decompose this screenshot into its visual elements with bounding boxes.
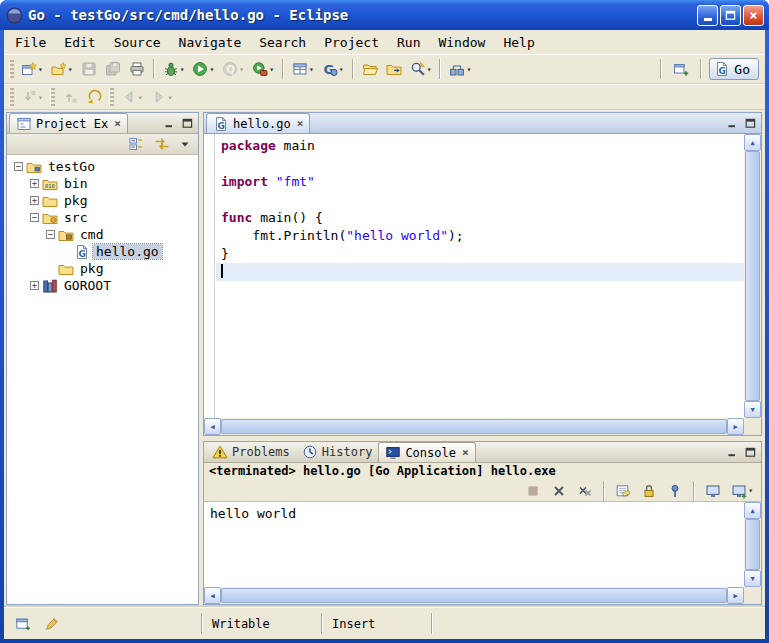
annotation-ruler[interactable]	[204, 134, 215, 418]
code-line[interactable]	[216, 191, 744, 209]
tree-item-src[interactable]: −src	[7, 209, 198, 226]
tree-item-pkg[interactable]: pkg	[7, 260, 198, 277]
tree-item-goroot[interactable]: +GOROOT	[7, 277, 198, 294]
menu-help[interactable]: Help	[494, 33, 543, 52]
code-line[interactable]	[216, 263, 744, 281]
menu-navigate[interactable]: Navigate	[170, 33, 251, 52]
run-button[interactable]: ▾	[189, 57, 217, 81]
dropdown-arrow-icon[interactable]: ▾	[309, 65, 314, 74]
new-wizard-button[interactable]: ▾	[18, 57, 46, 81]
search-button[interactable]: ▾	[407, 57, 435, 81]
maximize-view-icon[interactable]	[180, 116, 195, 130]
console-vertical-scrollbar[interactable]: ▲ ▼	[744, 502, 761, 587]
maximize-view-icon[interactable]	[743, 116, 758, 130]
dropdown-arrow-icon[interactable]: ▾	[239, 65, 244, 74]
remove-launch-button[interactable]	[548, 479, 570, 503]
dropdown-arrow-icon[interactable]: ▾	[180, 65, 185, 74]
code-line[interactable]: fmt.Println("hello world");	[216, 227, 744, 245]
toolbar-grip[interactable]	[50, 88, 55, 106]
scroll-right-icon[interactable]: ▶	[727, 587, 744, 604]
code-line[interactable]: import "fmt"	[216, 173, 744, 191]
code-line[interactable]: package main	[216, 137, 744, 155]
scroll-left-icon[interactable]: ◀	[204, 418, 221, 435]
dropdown-arrow-icon[interactable]: ▾	[138, 93, 143, 102]
save-all-button[interactable]	[102, 57, 124, 81]
tree-item-pkg[interactable]: +pkg	[7, 192, 198, 209]
menu-window[interactable]: Window	[429, 33, 494, 52]
menu-file[interactable]: File	[6, 33, 55, 52]
menu-run[interactable]: Run	[388, 33, 429, 52]
toolbar-grip[interactable]	[9, 60, 14, 78]
scroll-up-icon[interactable]: ▲	[744, 134, 761, 151]
menu-search[interactable]: Search	[250, 33, 315, 52]
save-button[interactable]	[78, 57, 100, 81]
remove-all-button[interactable]	[574, 479, 596, 503]
scrollbar-thumb[interactable]	[745, 519, 760, 570]
go-tool-button[interactable]: G▾	[319, 57, 347, 81]
expand-icon[interactable]: +	[30, 179, 39, 188]
expand-icon[interactable]: +	[30, 196, 39, 205]
new-folder-button[interactable]: ▾	[48, 57, 76, 81]
scroll-lock-button[interactable]	[638, 479, 660, 503]
clear-console-button[interactable]	[612, 479, 634, 503]
close-icon[interactable]: ×	[297, 117, 304, 130]
collapse-all-button[interactable]	[125, 132, 147, 156]
open-folder-button[interactable]	[359, 57, 381, 81]
pin-console-button[interactable]	[664, 479, 686, 503]
scroll-up-icon[interactable]: ▲	[744, 502, 761, 519]
minimize-view-icon[interactable]	[725, 116, 740, 130]
console-output-text[interactable]: hello world	[204, 502, 744, 587]
prev-annotation-button[interactable]	[59, 85, 81, 109]
code-line[interactable]	[216, 155, 744, 173]
dropdown-arrow-icon[interactable]: ▾	[38, 65, 43, 74]
minimize-view-icon[interactable]	[162, 116, 177, 130]
open-perspective-button[interactable]	[670, 57, 692, 81]
scrollbar-thumb[interactable]	[221, 419, 727, 434]
open-console-button[interactable]: ▾	[728, 479, 756, 503]
titlebar[interactable]: Go - testGo/src/cmd/hello.go - Eclipse ×	[0, 0, 769, 30]
go-build-button[interactable]: ▾	[289, 57, 317, 81]
collapse-icon[interactable]: −	[30, 213, 39, 222]
last-edit-button[interactable]	[83, 85, 105, 109]
next-annotation-button[interactable]: ▾	[18, 85, 46, 109]
go-trim-button[interactable]	[41, 612, 63, 636]
minimize-view-icon[interactable]	[725, 445, 740, 459]
tab-project-explorer[interactable]: Project Ex ×	[9, 113, 128, 133]
link-editor-button[interactable]	[151, 132, 173, 156]
collapse-icon[interactable]: −	[46, 230, 55, 239]
menu-source[interactable]: Source	[105, 33, 170, 52]
debug-button[interactable]: ▾	[160, 57, 188, 81]
import-folder-button[interactable]	[383, 57, 405, 81]
team-button[interactable]: ▾	[446, 57, 474, 81]
dropdown-arrow-icon[interactable]: ▾	[427, 65, 432, 74]
dropdown-arrow-icon[interactable]: ▾	[209, 65, 214, 74]
dropdown-arrow-icon[interactable]: ▾	[269, 65, 274, 74]
dropdown-arrow-icon[interactable]: ▾	[68, 65, 73, 74]
display-selected-button[interactable]	[702, 479, 724, 503]
collapse-icon[interactable]: −	[14, 162, 23, 171]
print-button[interactable]	[126, 57, 148, 81]
dropdown-arrow-icon[interactable]: ▾	[339, 65, 344, 74]
tree-item-testgo[interactable]: −testGo	[7, 158, 198, 175]
editor-code[interactable]: package mainimport "fmt"func main() { fm…	[216, 134, 744, 418]
close-button[interactable]: ×	[743, 5, 764, 26]
tree-item-bin[interactable]: +010bin	[7, 175, 198, 192]
scroll-left-icon[interactable]: ◀	[204, 587, 221, 604]
editor-vertical-scrollbar[interactable]: ▲ ▼	[744, 134, 761, 418]
editor-horizontal-scrollbar[interactable]: ◀ ▶	[204, 418, 744, 435]
tab-history[interactable]: History	[296, 442, 379, 462]
dropdown-arrow-icon[interactable]: ▾	[748, 486, 753, 495]
scroll-down-icon[interactable]: ▼	[744, 401, 761, 418]
dropdown-arrow-icon[interactable]: ▾	[38, 93, 43, 102]
menu-project[interactable]: Project	[315, 33, 388, 52]
maximize-button[interactable]	[720, 5, 741, 26]
view-menu-button[interactable]	[177, 132, 193, 156]
scroll-right-icon[interactable]: ▶	[727, 418, 744, 435]
fast-view-button[interactable]	[12, 612, 34, 636]
profile-button[interactable]: Q▾	[219, 57, 247, 81]
tree-item-cmd[interactable]: −cmd	[7, 226, 198, 243]
dropdown-arrow-icon[interactable]: ▾	[168, 93, 173, 102]
back-button[interactable]: ▾	[118, 85, 146, 109]
minimize-button[interactable]	[697, 5, 718, 26]
code-line[interactable]: func main() {	[216, 209, 744, 227]
